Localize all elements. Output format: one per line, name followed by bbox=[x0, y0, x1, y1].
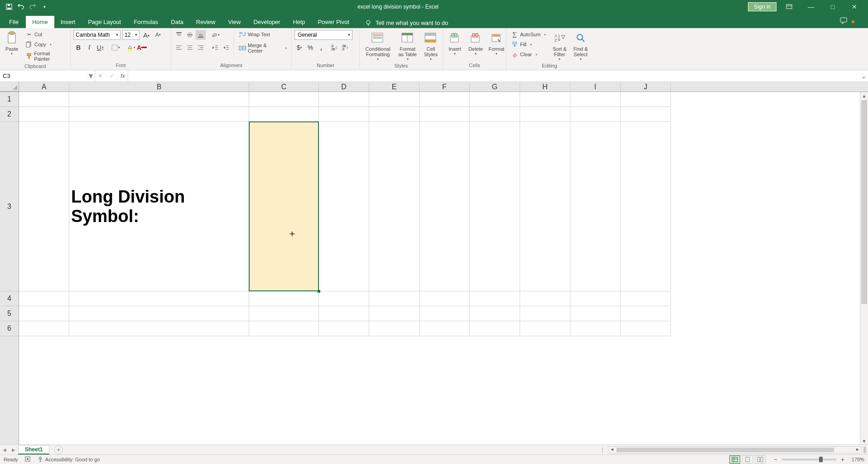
cell-E4[interactable] bbox=[369, 291, 420, 306]
accessibility-status[interactable]: Accessibility: Good to go bbox=[37, 456, 100, 463]
cell-F6[interactable] bbox=[420, 321, 470, 336]
align-left-button[interactable] bbox=[174, 43, 184, 53]
cell-I4[interactable] bbox=[570, 291, 621, 306]
column-header-F[interactable]: F bbox=[420, 82, 470, 92]
horizontal-scrollbar[interactable]: ◄ ► bbox=[608, 446, 862, 454]
tell-me-search[interactable]: Tell me what you want to do bbox=[365, 19, 448, 28]
cell-A6[interactable] bbox=[19, 321, 69, 336]
cell-J6[interactable] bbox=[621, 321, 671, 336]
column-header-B[interactable]: B bbox=[69, 82, 249, 92]
cell-I3[interactable] bbox=[570, 122, 621, 291]
zoom-slider[interactable] bbox=[782, 459, 836, 460]
cell-B5[interactable] bbox=[69, 306, 249, 321]
tab-review[interactable]: Review bbox=[190, 16, 222, 28]
vertical-scroll-thumb[interactable] bbox=[861, 100, 867, 304]
merge-center-button[interactable]: Merge & Center▾ bbox=[237, 42, 289, 54]
column-header-G[interactable]: G bbox=[470, 82, 520, 92]
cell-G5[interactable] bbox=[470, 306, 520, 321]
tab-scroll-splitter[interactable] bbox=[863, 447, 866, 453]
cancel-formula-button[interactable]: ✕ bbox=[98, 72, 103, 79]
tab-power-pivot[interactable]: Power Pivot bbox=[311, 16, 355, 28]
font-size-combo[interactable]: 12▼ bbox=[122, 30, 140, 40]
borders-button[interactable]: ▾ bbox=[111, 43, 121, 53]
cell-C2[interactable] bbox=[249, 107, 319, 122]
format-as-table-button[interactable]: Format as Table▾ bbox=[396, 30, 419, 62]
column-header-A[interactable]: A bbox=[19, 82, 69, 92]
cell-A4[interactable] bbox=[19, 291, 69, 306]
cell-B6[interactable] bbox=[69, 321, 249, 336]
align-right-button[interactable] bbox=[196, 43, 206, 53]
row-header-3[interactable]: 3 bbox=[0, 122, 19, 291]
cell-A5[interactable] bbox=[19, 306, 69, 321]
undo-icon[interactable] bbox=[17, 3, 24, 10]
fill-handle[interactable] bbox=[318, 290, 320, 293]
underline-button[interactable]: U▾ bbox=[95, 43, 105, 53]
cell-E2[interactable] bbox=[369, 107, 420, 122]
fill-button[interactable]: Fill▾ bbox=[509, 40, 548, 49]
cell-H5[interactable] bbox=[520, 306, 570, 321]
vertical-scrollbar[interactable]: ▲ ▼ bbox=[860, 92, 868, 445]
tab-insert[interactable]: Insert bbox=[54, 16, 82, 28]
page-break-view-button[interactable] bbox=[755, 455, 766, 464]
cell-F1[interactable] bbox=[420, 92, 470, 107]
tab-home[interactable]: Home bbox=[26, 16, 54, 28]
cell-A2[interactable] bbox=[19, 107, 69, 122]
column-header-I[interactable]: I bbox=[570, 82, 621, 92]
row-header-1[interactable]: 1 bbox=[0, 92, 19, 107]
percent-format-button[interactable]: % bbox=[305, 43, 315, 53]
cell-F4[interactable] bbox=[420, 291, 470, 306]
cell-B1[interactable] bbox=[69, 92, 249, 107]
cell-C3[interactable] bbox=[249, 122, 319, 291]
format-painter-button[interactable]: Format Painter bbox=[24, 50, 68, 63]
cell-E1[interactable] bbox=[369, 92, 420, 107]
font-name-combo[interactable]: Cambria Math▼ bbox=[73, 30, 121, 40]
insert-cells-button[interactable]: Insert▾ bbox=[446, 30, 464, 57]
wrap-text-button[interactable]: abcWrap Text bbox=[237, 30, 289, 39]
cut-button[interactable]: ✂Cut bbox=[24, 30, 68, 39]
tab-data[interactable]: Data bbox=[164, 16, 189, 28]
find-select-button[interactable]: Find & Select▾ bbox=[571, 30, 590, 62]
zoom-out-button[interactable]: − bbox=[774, 456, 777, 463]
italic-button[interactable]: I bbox=[84, 43, 94, 53]
save-icon[interactable] bbox=[5, 3, 13, 10]
cell-A1[interactable] bbox=[19, 92, 69, 107]
sort-filter-button[interactable]: AZSort & Filter▾ bbox=[550, 30, 569, 62]
cell-B4[interactable] bbox=[69, 291, 249, 306]
column-header-D[interactable]: D bbox=[319, 82, 369, 92]
scroll-up-arrow[interactable]: ▲ bbox=[860, 92, 868, 99]
cell-J4[interactable] bbox=[621, 291, 671, 306]
increase-indent-button[interactable] bbox=[221, 43, 231, 53]
cell-H6[interactable] bbox=[520, 321, 570, 336]
cell-H1[interactable] bbox=[520, 92, 570, 107]
cell-D5[interactable] bbox=[319, 306, 369, 321]
cell-E5[interactable] bbox=[369, 306, 420, 321]
cell-G3[interactable] bbox=[470, 122, 520, 291]
cell-B3[interactable]: Long Division Symbol: bbox=[69, 122, 249, 291]
tab-page-layout[interactable]: Page Layout bbox=[82, 16, 127, 28]
name-box[interactable]: ▼ bbox=[0, 70, 95, 82]
redo-icon[interactable] bbox=[29, 3, 36, 10]
decrease-indent-button[interactable] bbox=[210, 43, 220, 53]
paste-button[interactable]: Paste ▾ bbox=[3, 30, 21, 57]
cell-A3[interactable] bbox=[19, 122, 69, 291]
cell-H4[interactable] bbox=[520, 291, 570, 306]
sign-in-button[interactable]: Sign in bbox=[748, 2, 776, 11]
scroll-down-arrow[interactable]: ▼ bbox=[860, 437, 868, 445]
collapse-ribbon-button[interactable]: ︿ bbox=[858, 454, 863, 461]
close-icon[interactable]: ✕ bbox=[845, 0, 863, 14]
name-box-input[interactable] bbox=[0, 72, 87, 79]
column-header-C[interactable]: C bbox=[249, 82, 319, 92]
cell-C6[interactable] bbox=[249, 321, 319, 336]
comments-icon[interactable] bbox=[840, 17, 848, 26]
cell-G6[interactable] bbox=[470, 321, 520, 336]
copy-button[interactable]: Copy▾ bbox=[24, 40, 68, 49]
column-header-J[interactable]: J bbox=[621, 82, 671, 92]
name-box-dropdown[interactable]: ▼ bbox=[87, 72, 95, 80]
cell-E6[interactable] bbox=[369, 321, 420, 336]
comma-format-button[interactable]: , bbox=[316, 43, 326, 53]
cell-F5[interactable] bbox=[420, 306, 470, 321]
enter-formula-button[interactable]: ✓ bbox=[109, 72, 114, 79]
cell-J1[interactable] bbox=[621, 92, 671, 107]
bold-button[interactable]: B bbox=[73, 43, 83, 53]
cell-C4[interactable] bbox=[249, 291, 319, 306]
